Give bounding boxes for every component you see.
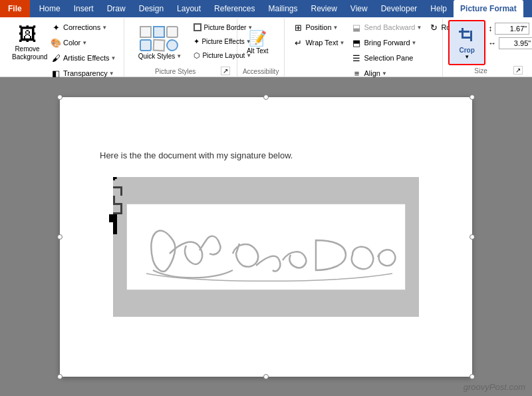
selection-pane-label: Selection Pane xyxy=(364,54,413,62)
selection-pane-button[interactable]: ☰ Selection Pane xyxy=(348,51,424,65)
sel-handle-tl[interactable] xyxy=(57,95,63,100)
accessibility-items: 📝 Alt Text xyxy=(243,20,273,67)
group-size: Crop ▼ ↕ ▲ ↔ ▲ Size ↗ xyxy=(443,19,529,77)
picture-styles-footer: Picture Styles ↗ xyxy=(130,67,231,77)
tab-draw[interactable]: Draw xyxy=(100,0,132,17)
height-icon: ↕ xyxy=(488,24,492,33)
crop-handle-mr[interactable] xyxy=(113,226,117,234)
crop-label: Crop xyxy=(460,47,475,54)
signature-container xyxy=(113,177,419,317)
ribbon-tabs: Home Insert Draw Design Layout Reference… xyxy=(30,0,523,17)
tab-insert[interactable]: Insert xyxy=(67,0,100,17)
tab-help[interactable]: Help xyxy=(424,0,454,17)
sel-handle-bm[interactable] xyxy=(263,374,269,379)
wrap-text-icon: ↵ xyxy=(293,37,303,48)
transparency-label: Transparency xyxy=(63,69,108,77)
remove-bg-icon: 🖼 xyxy=(18,25,37,44)
tab-developer[interactable]: Developer xyxy=(374,0,424,17)
group-accessibility: 📝 Alt Text Accessibility xyxy=(237,19,285,77)
picture-styles-expand-btn[interactable]: ↗ xyxy=(221,67,230,75)
document-area: Here is the the document with my signatu… xyxy=(0,77,532,396)
ribbon: 🖼 Remove Background ✦ Corrections ▼ 🎨 Co… xyxy=(0,17,532,77)
signature-svg xyxy=(133,207,399,287)
crop-icon xyxy=(456,25,477,47)
svg-rect-3 xyxy=(459,31,469,33)
artistic-effects-icon: 🖌 xyxy=(51,53,61,63)
bring-forward-icon: ⬒ xyxy=(351,37,362,48)
remove-bg-label: Remove Background xyxy=(12,45,43,61)
position-label: Position xyxy=(305,23,331,31)
tab-review[interactable]: Review xyxy=(305,0,344,17)
tab-references[interactable]: References xyxy=(207,0,261,17)
corrections-arrow: ▼ xyxy=(102,25,107,31)
bring-forward-label: Bring Forward xyxy=(364,39,410,47)
alt-text-button[interactable]: 📝 Alt Text xyxy=(243,20,273,67)
position-icon: ⊞ xyxy=(293,22,303,33)
adjust-items: 🖼 Remove Background ✦ Corrections ▼ 🎨 Co… xyxy=(8,20,118,81)
send-backward-icon: ⬓ xyxy=(351,22,362,33)
group-adjust: 🖼 Remove Background ✦ Corrections ▼ 🎨 Co… xyxy=(3,19,124,77)
alt-text-icon: 📝 xyxy=(249,31,267,46)
adjust-col: ✦ Corrections ▼ 🎨 Color ▼ 🖌 Artistic Eff… xyxy=(48,20,118,81)
alt-text-label: Alt Text xyxy=(247,47,269,55)
wrap-text-button[interactable]: ↵ Wrap Text ▼ xyxy=(290,35,347,50)
sel-handle-ml[interactable] xyxy=(57,234,63,240)
tab-layout[interactable]: Layout xyxy=(170,0,207,17)
size-group-label: Size xyxy=(448,66,513,77)
picture-effects-icon: ✦ xyxy=(194,37,200,46)
picture-styles-label: Picture Styles xyxy=(130,67,221,77)
corrections-button[interactable]: ✦ Corrections ▼ xyxy=(48,20,118,35)
remove-background-button[interactable]: 🖼 Remove Background xyxy=(8,20,47,67)
crop-handle-ml[interactable] xyxy=(113,218,117,226)
arrange-col2: ⬓ Send Backward ▼ ⬒ Bring Forward ▼ ☰ Se… xyxy=(348,20,424,81)
accessibility-group-label: Accessibility xyxy=(243,67,279,77)
sel-handle-tr[interactable] xyxy=(469,95,475,100)
crop-mask-bottom xyxy=(113,290,419,317)
crop-mask-top xyxy=(113,177,419,204)
signature-drawing xyxy=(127,204,405,290)
transparency-arrow: ▼ xyxy=(109,71,114,77)
send-backward-button[interactable]: ⬓ Send Backward ▼ xyxy=(348,20,424,35)
document-page: Here is the the document with my signatu… xyxy=(60,97,472,377)
size-items: Crop ▼ ↕ ▲ ↔ ▲ xyxy=(448,20,532,66)
color-icon: 🎨 xyxy=(51,37,61,48)
arrange-col1: ⊞ Position ▼ ↵ Wrap Text ▼ xyxy=(290,20,347,50)
artistic-effects-label: Artistic Effects xyxy=(63,54,109,62)
color-button[interactable]: 🎨 Color ▼ xyxy=(48,35,118,50)
position-button[interactable]: ⊞ Position ▼ xyxy=(290,20,347,35)
crop-dropdown-arrow: ▼ xyxy=(464,54,469,60)
document-text: Here is the the document with my signatu… xyxy=(100,150,293,160)
corrections-icon: ✦ xyxy=(51,22,61,33)
quick-styles-icon xyxy=(140,26,180,51)
bring-forward-button[interactable]: ⬒ Bring Forward ▼ xyxy=(348,35,424,50)
size-footer: Size ↗ xyxy=(448,66,524,77)
size-expand-btn[interactable]: ↗ xyxy=(513,66,523,75)
tab-home[interactable]: Home xyxy=(33,0,67,17)
crop-button[interactable]: Crop ▼ xyxy=(451,23,483,63)
selection-pane-icon: ☰ xyxy=(351,53,362,63)
height-input[interactable] xyxy=(495,23,529,35)
quick-styles-button[interactable]: Quick Styles ▼ xyxy=(130,20,190,67)
group-arrange: ⊞ Position ▼ ↵ Wrap Text ▼ ⬓ Send Backwa… xyxy=(285,19,443,77)
quick-styles-label: Quick Styles ▼ xyxy=(138,53,182,61)
corrections-label: Corrections xyxy=(63,23,100,31)
tab-picture-format[interactable]: Picture Format xyxy=(454,0,523,17)
picture-styles-items: Quick Styles ▼ Picture Border ▼ ✦ Pictur… xyxy=(130,20,255,67)
crop-mask-right xyxy=(406,204,419,290)
size-inputs: ↕ ▲ ↔ ▲ xyxy=(487,20,532,52)
sel-handle-tm[interactable] xyxy=(263,95,269,100)
sel-handle-mr[interactable] xyxy=(469,234,475,240)
sel-handle-br[interactable] xyxy=(469,374,475,379)
align-label: Align xyxy=(364,69,380,77)
wrap-text-label: Wrap Text xyxy=(305,39,338,47)
file-tab[interactable]: File xyxy=(0,0,30,17)
picture-border-icon xyxy=(194,23,201,31)
width-input[interactable] xyxy=(499,37,532,49)
sel-handle-bl[interactable] xyxy=(57,374,63,379)
tab-view[interactable]: View xyxy=(344,0,374,17)
title-bar: File Home Insert Draw Design Layout Refe… xyxy=(0,0,532,17)
crop-highlighted-area: Crop ▼ xyxy=(448,20,485,65)
tab-design[interactable]: Design xyxy=(132,0,170,17)
artistic-effects-button[interactable]: 🖌 Artistic Effects ▼ xyxy=(48,51,118,65)
tab-mailings[interactable]: Mailings xyxy=(261,0,304,17)
